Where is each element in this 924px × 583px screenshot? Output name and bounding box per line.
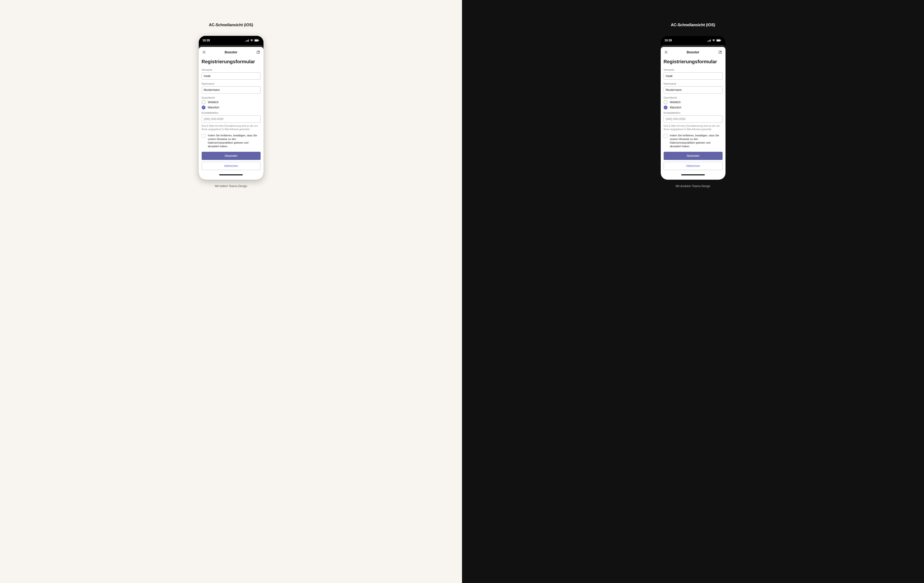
- close-icon[interactable]: [201, 50, 206, 54]
- svg-rect-5: [254, 40, 258, 41]
- lastname-label: Nachname: [201, 82, 261, 85]
- firstname-label: Vorname: [201, 68, 261, 71]
- radio-circle-selected-icon: ✓: [201, 105, 206, 109]
- panel-title-dark: AC-Schnellansicht (iOS): [671, 23, 715, 27]
- modal-sheet: Booster Registrierungsformular Vorname N…: [199, 47, 264, 180]
- home-indicator: [219, 175, 243, 175]
- consent-checkbox-row[interactable]: Indem Sie fortfahren, bestätigen, dass S…: [663, 134, 723, 148]
- svg-rect-6: [259, 40, 259, 41]
- radio-male-label: Männlich: [670, 106, 681, 109]
- battery-icon: [254, 39, 259, 41]
- sheet-backdrop: Booster Registrierungsformular Vorname N…: [661, 45, 726, 180]
- form-heading: Registrierungsformular: [201, 59, 261, 64]
- submit-button[interactable]: Absenden: [663, 152, 723, 160]
- lastname-input[interactable]: [201, 86, 261, 94]
- svg-rect-2: [248, 40, 248, 41]
- firstname-input[interactable]: [663, 72, 723, 80]
- svg-rect-13: [716, 40, 720, 41]
- open-external-icon[interactable]: [718, 50, 723, 54]
- firstname-label: Vorname: [663, 68, 723, 71]
- phone-help-text: Eine E-Mail mit einer Einmalkennung wird…: [663, 124, 723, 131]
- signal-icon: [246, 39, 249, 41]
- radio-male[interactable]: ✓ Männlich: [663, 105, 723, 109]
- home-indicator: [681, 175, 705, 175]
- phone-frame-dark: 10:28 Booster Registrierungsformul: [661, 36, 726, 180]
- checkbox-icon: [201, 134, 206, 138]
- submit-button[interactable]: Absenden: [201, 152, 261, 160]
- gender-label: Geschlecht: [663, 96, 723, 99]
- wifi-icon: [250, 39, 253, 41]
- phone-input[interactable]: [663, 115, 723, 123]
- radio-circle-icon: [201, 100, 206, 104]
- radio-female[interactable]: Weiblich: [201, 100, 261, 104]
- phone-help-text: Eine E-Mail mit einer Einmalkennung wird…: [201, 124, 261, 131]
- phone-input[interactable]: [201, 115, 261, 123]
- signal-icon: [708, 39, 711, 41]
- sheet-backdrop: Booster Registrierungsformular Vorname N…: [199, 45, 264, 180]
- svg-rect-1: [246, 40, 247, 41]
- statusbar: 10:28: [661, 36, 726, 45]
- close-icon[interactable]: [663, 50, 668, 54]
- phone-label: Kontakttelefon: [663, 111, 723, 114]
- radio-male[interactable]: ✓ Männlich: [201, 105, 261, 109]
- lastname-label: Nachname: [663, 82, 723, 85]
- cancel-button[interactable]: Abbrechen: [663, 162, 723, 170]
- phone-label: Kontakttelefon: [201, 111, 261, 114]
- statusbar-icons: [246, 39, 259, 41]
- svg-rect-0: [246, 41, 246, 41]
- svg-rect-14: [721, 40, 721, 41]
- battery-icon: [716, 39, 721, 41]
- sheet-header: Booster: [201, 50, 261, 54]
- svg-rect-11: [710, 40, 711, 41]
- caption-dark: Mit dunklem Teams-Design: [676, 184, 711, 188]
- gender-label: Geschlecht: [201, 96, 261, 99]
- consent-checkbox-row[interactable]: Indem Sie fortfahren, bestätigen, dass S…: [201, 134, 261, 148]
- sheet-title: Booster: [225, 50, 238, 54]
- modal-sheet: Booster Registrierungsformular Vorname N…: [661, 47, 726, 180]
- svg-rect-9: [708, 40, 709, 41]
- cancel-button[interactable]: Abbrechen: [201, 162, 261, 170]
- open-external-icon[interactable]: [256, 50, 261, 54]
- statusbar-time: 10:28: [203, 39, 210, 42]
- phone-frame-light: 10:28 Booster Registrierungsformul: [199, 36, 264, 180]
- consent-text: Indem Sie fortfahren, bestätigen, dass S…: [208, 134, 261, 148]
- panel-light: AC-Schnellansicht (iOS) 10:28 Booster: [0, 0, 462, 583]
- statusbar-icons: [708, 39, 721, 41]
- panel-title-light: AC-Schnellansicht (iOS): [209, 23, 253, 27]
- svg-rect-10: [710, 40, 710, 41]
- form-heading: Registrierungsformular: [663, 59, 723, 64]
- radio-female-label: Weiblich: [208, 100, 219, 104]
- firstname-input[interactable]: [201, 72, 261, 80]
- panel-dark: AC-Schnellansicht (iOS) 10:28 Booster: [462, 0, 924, 583]
- sheet-title: Booster: [687, 50, 700, 54]
- sheet-header: Booster: [663, 50, 723, 54]
- radio-female[interactable]: Weiblich: [663, 100, 723, 104]
- lastname-input[interactable]: [663, 86, 723, 94]
- wifi-icon: [712, 39, 715, 41]
- checkbox-icon: [663, 134, 668, 138]
- svg-rect-3: [248, 40, 249, 41]
- consent-text: Indem Sie fortfahren, bestätigen, dass S…: [670, 134, 723, 148]
- radio-male-label: Männlich: [208, 106, 219, 109]
- statusbar-time: 10:28: [665, 39, 672, 42]
- radio-female-label: Weiblich: [670, 100, 681, 104]
- radio-circle-selected-icon: ✓: [663, 105, 668, 109]
- statusbar: 10:28: [199, 36, 264, 45]
- radio-circle-icon: [663, 100, 668, 104]
- caption-light: Mit hellem Teams-Design: [215, 184, 248, 188]
- svg-rect-8: [708, 41, 708, 41]
